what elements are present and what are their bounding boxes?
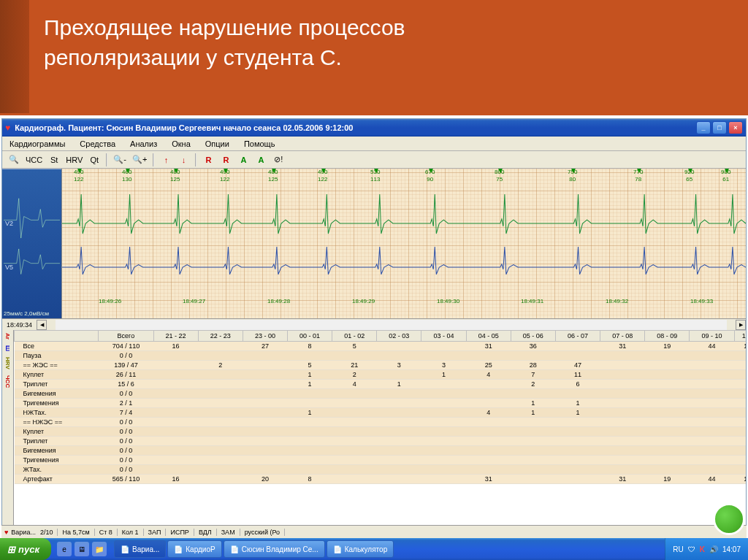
system-tray[interactable]: RU 🛡 K 🔊 14:07 [665, 538, 748, 560]
col-header[interactable] [15, 331, 99, 342]
tool-↑[interactable]: ↑ [158, 153, 174, 167]
side-tab-HRV[interactable]: HRV [4, 357, 11, 369]
tray-vol-icon[interactable]: 🔊 [709, 545, 718, 553]
title-line-1: Преходящее нарушение процессов [44, 15, 405, 39]
folder-icon[interactable]: 📁 [92, 542, 107, 556]
start-label: пуск [18, 544, 39, 555]
table-row[interactable]: НЖТах.7 / 41411 [15, 408, 747, 418]
col-header[interactable]: Всего [99, 331, 153, 342]
col-header[interactable]: 03 - 04 [421, 331, 466, 342]
table-row[interactable]: Триплет0 / 0 [15, 437, 747, 446]
status-cell: На 5,7см [58, 529, 94, 536]
tool-⊘![interactable]: ⊘! [270, 153, 286, 167]
col-header[interactable]: 21 - 22 [153, 331, 198, 342]
scroll-right-arrow[interactable]: ▶ [736, 320, 746, 330]
col-header[interactable]: 22 - 23 [198, 331, 243, 342]
status-cell: ЗАП [144, 529, 167, 536]
col-header[interactable]: 23 - 00 [243, 331, 287, 342]
slide-corner-ball [713, 503, 745, 535]
time-label: 18:49:28 [267, 298, 290, 304]
ie-icon[interactable]: e [57, 542, 72, 556]
table-row[interactable]: Все704 / 11016278531363119441 [15, 342, 747, 351]
table-row[interactable]: == НЖЭС ==0 / 0 [15, 418, 747, 427]
scroll-left-arrow[interactable]: ◀ [37, 320, 47, 330]
menubar: КардиограммыСредстваАнализОкнаОпцииПомощ… [2, 137, 746, 151]
col-header[interactable]: 07 - 08 [600, 331, 645, 342]
menu-Анализ[interactable]: Анализ [123, 137, 164, 150]
task-item[interactable]: 📄КардиоР [167, 540, 221, 558]
tool-Qt[interactable]: Qt [86, 153, 102, 167]
menu-Окна[interactable]: Окна [164, 137, 198, 150]
task-item[interactable]: 📄Калькулятор [327, 540, 394, 558]
col-header[interactable]: 01 - 02 [332, 331, 377, 342]
time-label: 18:49:33 [690, 298, 713, 304]
side-tab-Ш[interactable]: Ш [4, 345, 11, 351]
maximize-button[interactable]: □ [712, 121, 727, 134]
events-table[interactable]: Всего21 - 2222 - 2323 - 0000 - 0101 - 02… [14, 330, 746, 484]
menu-Опции[interactable]: Опции [198, 137, 237, 150]
slide-header: Преходящее нарушение процессов реполяриз… [0, 0, 748, 115]
ecg-area: V2 V5 25мм/с 2,0мВ/см 490122460130480125… [2, 169, 746, 318]
time-label: 18:49:32 [606, 298, 628, 304]
scroll-track[interactable] [56, 320, 727, 330]
col-header[interactable]: 09 - 10 [690, 331, 734, 342]
tool-ЧСС[interactable]: ЧСС [23, 153, 45, 167]
app-icon: ♥ [5, 123, 10, 133]
tray-time: 14:07 [722, 545, 741, 553]
tool-↓[interactable]: ↓ [175, 153, 191, 167]
table-row[interactable]: Пауза0 / 0 [15, 351, 747, 361]
col-header[interactable]: 00 - 01 [287, 331, 332, 342]
tool-🔍[interactable]: 🔍 [6, 153, 22, 167]
col-header[interactable]: 08 - 09 [645, 331, 690, 342]
menu-Помощь[interactable]: Помощь [237, 137, 283, 150]
desktop-icon[interactable]: 🖥 [75, 542, 89, 556]
side-tab-ЧСС[interactable]: ЧСС [4, 375, 11, 388]
table-row[interactable]: Артефакт565 / 11016208313119441 [15, 475, 747, 484]
table-row[interactable]: Тригемения2 / 111 [15, 399, 747, 408]
minimize-button[interactable]: _ [696, 121, 711, 134]
col-header[interactable]: 04 - 05 [466, 331, 511, 342]
col-header[interactable]: 06 - 07 [555, 331, 600, 342]
table-row[interactable]: Бигемения0 / 0 [15, 446, 747, 456]
start-button[interactable]: ⊞ пуск [0, 538, 51, 560]
tool-HRV[interactable]: HRV [64, 153, 85, 167]
table-row[interactable]: ЖТах.0 / 0 [15, 465, 747, 475]
tray-shield-icon[interactable]: 🛡 [688, 545, 695, 553]
ecg-scrollbar[interactable]: 18:49:34 ◀ ▶ [2, 318, 746, 330]
menu-Средства[interactable]: Средства [72, 137, 123, 150]
tool-🔍+[interactable]: 🔍+ [130, 153, 149, 167]
tool-🔍-[interactable]: 🔍- [111, 153, 129, 167]
table-row[interactable]: Куплет0 / 0 [15, 427, 747, 437]
tool-A[interactable]: A [235, 153, 251, 167]
slide-divider [0, 113, 748, 115]
tool-R[interactable]: R [200, 153, 216, 167]
task-item[interactable]: 📄Сюсин Владимир Се... [224, 540, 325, 558]
tool-St[interactable]: St [46, 153, 62, 167]
col-header[interactable]: 05 - 06 [511, 331, 555, 342]
col-header[interactable]: 02 - 03 [377, 331, 421, 342]
menu-Кардиограммы[interactable]: Кардиограммы [2, 137, 72, 150]
table-row[interactable]: Куплет26 / 111214711 [15, 370, 747, 380]
lead-preview-svg [2, 169, 61, 318]
lead-label-v5: V5 [5, 264, 13, 271]
tool-A[interactable]: A [253, 153, 269, 167]
tray-lang[interactable]: RU [673, 545, 683, 553]
col-header[interactable]: 10 [734, 331, 746, 342]
close-button[interactable]: × [728, 121, 743, 134]
scroll-time-label: 18:49:34 [2, 321, 37, 329]
ecg-main-canvas[interactable]: 4901224601304801254901224801254901225301… [62, 169, 746, 318]
tool-R[interactable]: R [218, 153, 234, 167]
status-cell: 2/10 [36, 529, 58, 536]
table-row[interactable]: Бигемения0 / 0 [15, 389, 747, 399]
table-row[interactable]: == ЖЭС ==139 / 47252133252847 [15, 361, 747, 370]
table-row[interactable]: Триплет15 / 614126 [15, 380, 747, 389]
table-row[interactable]: Тригемения0 / 0 [15, 456, 747, 465]
side-tab-Ar[interactable]: Ar [4, 333, 11, 340]
start-icon: ⊞ [7, 544, 15, 555]
tray-k-icon[interactable]: K [700, 545, 705, 553]
task-item[interactable]: 📄Вариа... [114, 540, 166, 558]
status-cell: ЗАМ [217, 529, 240, 536]
status-cell: ВДЛ [194, 529, 217, 536]
titlebar[interactable]: ♥ Кардиограф. Пациент: Сюсин Владимир Се… [2, 119, 746, 137]
ecg-top-readings: 4901224601304801254901224801254901225301… [62, 169, 746, 183]
